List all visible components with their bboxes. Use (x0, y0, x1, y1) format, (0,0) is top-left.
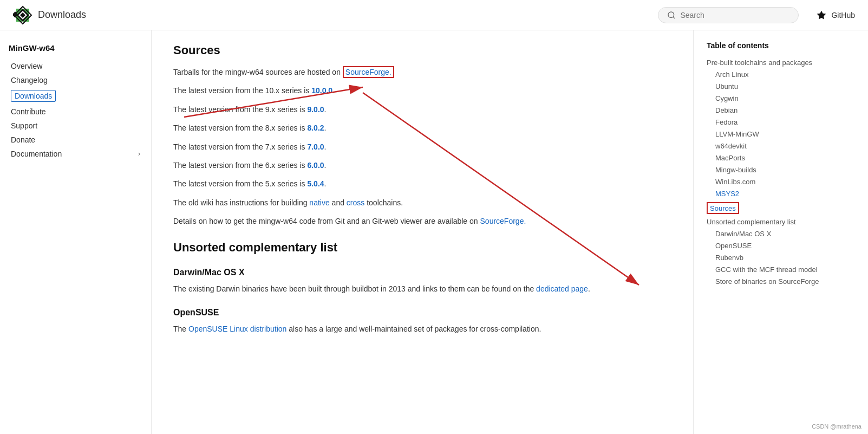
toc-item-opensuse[interactable]: OpenSUSE (707, 239, 853, 251)
sidebar-item-donate[interactable]: Donate (9, 133, 142, 147)
toc-item-fedora[interactable]: Fedora (707, 116, 853, 128)
main-content: Sources Tarballs for the mingw-w64 sourc… (152, 30, 693, 434)
dedicated-page-link[interactable]: dedicated page (536, 284, 588, 293)
sidebar-brand: MinGW-w64 (9, 43, 142, 53)
git-para: Details on how to get the mingw-w64 code… (173, 215, 671, 227)
toc-item-arch[interactable]: Arch Linux (707, 68, 853, 80)
toc-title: Table of contents (707, 41, 853, 50)
github-link[interactable]: GitHub (816, 10, 855, 21)
version-10: The latest version from the 10.x series … (173, 85, 671, 96)
sourceforge-link-2[interactable]: SourceForge. (480, 217, 526, 225)
toc-sidebar: Table of contents Pre-built toolchains a… (693, 30, 866, 434)
opensuse-para: The OpenSUSE Linux distribution also has… (173, 323, 671, 335)
version-link-10[interactable]: 10.0.0 (311, 86, 332, 95)
github-icon (816, 10, 827, 21)
svg-point-9 (668, 12, 674, 18)
darwin-heading: Darwin/Mac OS X (173, 268, 671, 277)
cross-link[interactable]: cross (347, 198, 364, 207)
toc-item-w64devkit[interactable]: w64devkit (707, 140, 853, 152)
svg-line-10 (674, 17, 675, 18)
site-logo[interactable]: Downloads (13, 5, 86, 25)
toc-sources-link[interactable]: Sources (710, 204, 736, 212)
sources-para1: Tarballs for the mingw-w64 sources are h… (173, 66, 671, 78)
toc-item-debian[interactable]: Debian (707, 104, 853, 116)
watermark: CSDN @mrathena (812, 423, 862, 430)
sidebar: MinGW-w64 Overview Changelog Downloads C… (0, 30, 152, 434)
toc-item-macports[interactable]: MacPorts (707, 152, 853, 164)
toc-item-darwin[interactable]: Darwin/Mac OS X (707, 228, 853, 239)
toc-item-winlibs[interactable]: WinLibs.com (707, 176, 853, 187)
sourceforge-link-1[interactable]: SourceForge. (343, 66, 394, 78)
version-8: The latest version from the 8.x series i… (173, 122, 671, 134)
toc-item-llvm[interactable]: LLVM-MinGW (707, 128, 853, 140)
header-title: Downloads (38, 9, 86, 21)
version-link-7[interactable]: 7.0.0 (307, 142, 324, 151)
unsorted-heading: Unsorted complementary list (173, 241, 671, 255)
toc-item-rubenvb[interactable]: Rubenvb (707, 251, 853, 263)
version-link-9[interactable]: 9.0.0 (307, 105, 324, 114)
version-link-6[interactable]: 6.0.0 (307, 161, 324, 170)
sidebar-item-downloads[interactable]: Downloads (9, 87, 142, 105)
version-link-8[interactable]: 8.0.2 (307, 124, 324, 132)
sidebar-item-support[interactable]: Support (9, 119, 142, 133)
search-icon (667, 11, 676, 20)
version-7: The latest version from the 7.x series i… (173, 141, 671, 153)
toc-item-gcc-mcf[interactable]: GCC with the MCF thread model (707, 263, 853, 275)
sources-heading: Sources (173, 43, 671, 57)
toc-item-prebuilt[interactable]: Pre-built toolchains and packages (707, 56, 853, 68)
native-link[interactable]: native (309, 198, 329, 207)
sidebar-nav: Overview Changelog Downloads Contribute … (9, 59, 142, 161)
wiki-para: The old wiki has instructions for buildi… (173, 197, 671, 209)
toc-item-unsorted[interactable]: Unsorted complementary list (707, 216, 853, 228)
toc-item-sources[interactable]: Sources (707, 200, 853, 216)
logo-icon (13, 5, 32, 25)
sidebar-item-documentation[interactable]: Documentation › (9, 147, 142, 161)
darwin-para: The existing Darwin binaries have been b… (173, 283, 671, 295)
toc-item-store-binaries[interactable]: Store of binaries on SourceForge (707, 275, 853, 287)
opensuse-heading: OpenSUSE (173, 308, 671, 318)
chevron-right-icon: › (138, 150, 140, 158)
sidebar-item-changelog[interactable]: Changelog (9, 73, 142, 87)
unsorted-section: Unsorted complementary list Darwin/Mac O… (173, 241, 671, 335)
toc-item-cygwin[interactable]: Cygwin (707, 92, 853, 104)
toc-item-msys2[interactable]: MSYS2 (707, 187, 853, 199)
header: Downloads GitHub (0, 0, 868, 30)
version-5: The latest version from the 5.x series i… (173, 178, 671, 190)
opensuse-link[interactable]: OpenSUSE Linux distribution (188, 325, 286, 333)
version-9: The latest version from the 9.x series i… (173, 103, 671, 115)
svg-marker-11 (817, 10, 826, 19)
sidebar-item-contribute[interactable]: Contribute (9, 105, 142, 119)
sources-section: Sources Tarballs for the mingw-w64 sourc… (173, 43, 671, 228)
toc-item-ubuntu[interactable]: Ubuntu (707, 80, 853, 92)
toc-item-mingwbuilds[interactable]: Mingw-builds (707, 164, 853, 176)
search-bar[interactable] (658, 7, 799, 23)
version-6: The latest version from the 6.x series i… (173, 159, 671, 171)
search-input[interactable] (680, 11, 789, 20)
version-link-5[interactable]: 5.0.4 (307, 179, 324, 188)
toc-list: Pre-built toolchains and packages Arch L… (707, 56, 853, 287)
sidebar-item-overview[interactable]: Overview (9, 59, 142, 73)
